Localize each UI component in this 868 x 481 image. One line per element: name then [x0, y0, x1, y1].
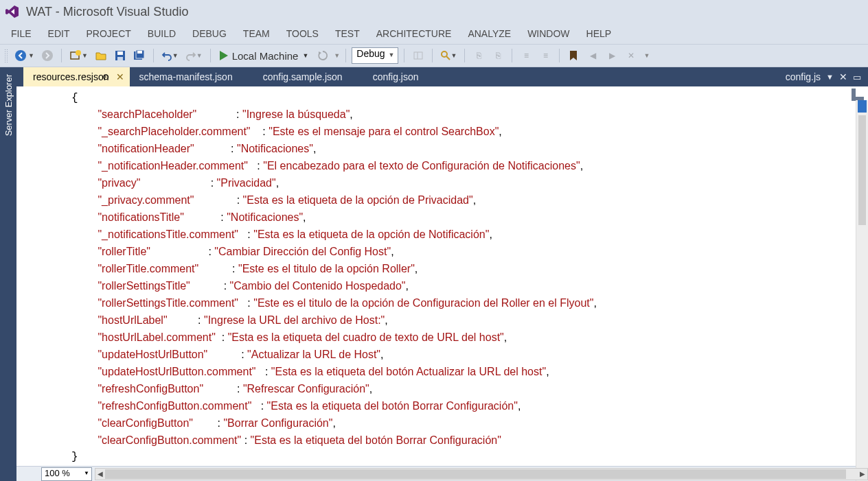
- close-icon[interactable]: ✕: [116, 71, 124, 82]
- svg-line-17: [446, 56, 450, 60]
- tab-item[interactable]: config.json: [363, 67, 439, 86]
- find-button[interactable]: ▼: [438, 47, 459, 64]
- tab-active[interactable]: resources.resjson ⊙ ✕: [23, 67, 130, 86]
- menu-item[interactable]: WINDOW: [521, 27, 576, 40]
- undo-button[interactable]: ▼: [159, 47, 181, 64]
- svg-marker-13: [319, 51, 321, 55]
- code-editor[interactable]: { "searchPlaceholder" : "Ingrese la búsq…: [16, 86, 868, 481]
- tab-scroll-icon[interactable]: ▼: [826, 73, 834, 81]
- svg-marker-12: [220, 51, 228, 60]
- horizontal-scrollbar[interactable]: ◀ ▶: [95, 468, 868, 480]
- server-explorer-tab[interactable]: Server Explorer: [0, 67, 16, 481]
- menu-item[interactable]: DEBUG: [185, 27, 233, 40]
- svg-rect-8: [117, 57, 123, 60]
- menu-item[interactable]: BUILD: [141, 27, 183, 40]
- indent-icon[interactable]: ≡: [518, 47, 534, 64]
- tab-item[interactable]: schema-manifest.json: [130, 67, 253, 86]
- tool-icon-1[interactable]: [410, 47, 426, 64]
- split-icon[interactable]: [852, 89, 864, 101]
- menu-item[interactable]: PROJECT: [79, 27, 137, 40]
- menu-item[interactable]: TEAM: [236, 27, 277, 40]
- tab-strip: resources.resjson ⊙ ✕ schema-manifest.js…: [16, 67, 868, 86]
- menu-item[interactable]: EDIT: [41, 27, 77, 40]
- window-title: WAT - Microsoft Visual Studio: [26, 5, 188, 19]
- vs-logo-icon: [5, 5, 19, 19]
- toolbar: ▼ ▼ ▼ ▼ Local Machine ▼ ▼ Debug ▼: [0, 44, 868, 67]
- maximize-icon[interactable]: ▭: [853, 72, 861, 82]
- tab-right-label[interactable]: config.js: [786, 71, 821, 82]
- refresh-button[interactable]: [315, 47, 331, 64]
- new-project-button[interactable]: ▼: [67, 47, 90, 64]
- toolbar-grip: [4, 49, 8, 62]
- svg-point-2: [15, 50, 26, 61]
- svg-point-3: [42, 50, 53, 61]
- svg-point-16: [442, 51, 447, 57]
- bookmark-icon[interactable]: [565, 47, 582, 64]
- editor-footer: 100 % ◀ ▶: [16, 466, 868, 481]
- pin-icon[interactable]: ⊙: [102, 72, 109, 82]
- menu-item[interactable]: ARCHITECTURE: [369, 27, 459, 40]
- nav-bookmark-prev-icon[interactable]: ◀: [584, 47, 601, 64]
- save-all-button[interactable]: [131, 47, 148, 64]
- menu-item[interactable]: TEST: [328, 27, 367, 40]
- svg-rect-7: [117, 51, 123, 55]
- nav-bookmark-next-icon[interactable]: ▶: [604, 47, 620, 64]
- open-file-button[interactable]: [93, 47, 109, 64]
- uncomment-icon[interactable]: ⎘: [490, 47, 506, 64]
- menu-bar: FILEEDITPROJECTBUILDDEBUGTEAMTOOLSTESTAR…: [0, 23, 868, 44]
- comment-icon[interactable]: ⎘: [470, 47, 487, 64]
- tab-item[interactable]: config.sample.json: [253, 67, 363, 86]
- vertical-scrollbar[interactable]: [856, 100, 868, 481]
- code-content[interactable]: { "searchPlaceholder" : "Ingrese la búsq…: [16, 86, 868, 466]
- save-button[interactable]: [112, 47, 128, 64]
- outdent-icon[interactable]: ≡: [537, 47, 553, 64]
- nav-forward-button[interactable]: [39, 47, 56, 64]
- menu-item[interactable]: HELP: [580, 27, 619, 40]
- main-area: resources.resjson ⊙ ✕ schema-manifest.js…: [16, 67, 868, 481]
- redo-button[interactable]: ▼: [183, 47, 205, 64]
- start-debug-button[interactable]: Local Machine ▼: [216, 47, 312, 64]
- nav-back-button[interactable]: ▼: [12, 47, 36, 64]
- svg-rect-14: [414, 52, 422, 59]
- menu-item[interactable]: ANALYZE: [461, 27, 518, 40]
- close-all-icon[interactable]: ✕: [839, 71, 847, 82]
- svg-rect-11: [137, 51, 142, 54]
- menu-item[interactable]: FILE: [4, 27, 38, 40]
- zoom-dropdown[interactable]: 100 %: [41, 467, 92, 481]
- body-area: Server Explorer resources.resjson ⊙ ✕ sc…: [0, 67, 868, 481]
- debug-target-label: Local Machine: [232, 50, 299, 62]
- config-dropdown[interactable]: Debug: [352, 47, 398, 64]
- title-bar: WAT - Microsoft Visual Studio: [0, 0, 868, 23]
- clear-bookmarks-icon[interactable]: ✕: [623, 47, 639, 64]
- svg-point-5: [76, 50, 81, 56]
- tab-right-tools: config.js ▼ ✕ ▭: [786, 67, 868, 86]
- menu-item[interactable]: TOOLS: [279, 27, 326, 40]
